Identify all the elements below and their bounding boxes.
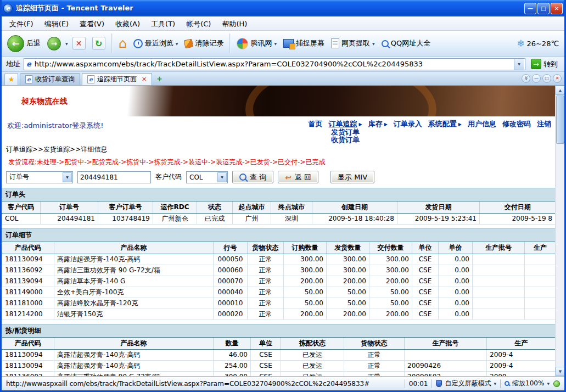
favorites-button[interactable]: ★ [4,73,18,85]
menu-item-4[interactable]: 工具(T) [145,16,181,30]
go-arrow-icon: → [531,59,541,69]
qq-portal-dropdown-icon[interactable]: ▼ [274,42,277,46]
maximize-button[interactable]: □ [537,3,550,14]
page-content: 昶东物流在线 欢迎:administrator登录系统! 首页订单追踪▶发货订单… [2,86,564,376]
menu-item-3[interactable]: 收藏(A) [110,16,145,30]
table-cell: 0.00 [439,276,473,287]
minimize-page-button[interactable]: — [532,74,541,83]
submenu-item-1[interactable]: 收货订单 [331,136,360,144]
customer-code-select[interactable]: COL ▼ [186,171,228,183]
recent-dropdown-icon[interactable]: ▼ [176,42,178,46]
select-dropdown-icon[interactable]: ▼ [217,172,227,182]
select-dropdown-icon[interactable]: ▼ [63,172,72,182]
block-mode-label: 自定义屏蔽模式 [445,379,491,388]
home-button[interactable]: ⌂ [116,36,129,51]
recent-history-button[interactable]: 最近浏览 ▼ [131,37,181,49]
refresh-button[interactable]: ↻ [90,36,108,51]
block-mode-selector[interactable]: 自定义屏蔽模式 ▼ [436,379,496,388]
menu-item-0[interactable]: 文件(F) [4,16,39,30]
table-cell: 300.00 [284,265,327,276]
close-page-button[interactable]: ✕ [553,74,562,83]
column-header: 货物状态 [248,242,284,254]
nav-item-4[interactable]: 系统配置▶ [427,119,463,129]
zoom-dropdown-icon[interactable]: ▼ [547,382,550,385]
table-cell: 50.00 [284,298,327,309]
clear-history-label: 清除记录 [195,38,223,48]
minimize-button[interactable]: — [524,3,536,14]
nav-item-5[interactable]: 用户信息 [466,119,498,129]
search-button[interactable]: 查 询 [232,171,273,183]
qq-portal-label: 腾讯网 [250,38,272,48]
table-cell: 已发运 [281,361,344,372]
capture-screen-button[interactable]: 捕捉屏幕 [281,37,327,49]
order-field-select[interactable]: 订单号 ▼ [6,171,73,183]
nav-item-label: 系统配置 [428,119,457,129]
speed-mode-icon[interactable] [553,380,560,387]
qq-sites-button[interactable]: QQ网址大全 [379,37,433,49]
address-input[interactable]: e http://www.aspxamcom/ebs/track/TrackDe… [24,58,525,70]
restore-page-button[interactable]: □ [542,74,551,83]
table-cell: 103748419 [98,214,153,225]
forward-button[interactable]: → [45,36,63,52]
section-pick-details: 拣/配货明细 [2,324,555,337]
title-bar[interactable]: e 追踪细节页面 - Tencent Traveler — □ ✕ [0,0,566,16]
order-number-input[interactable] [77,171,151,183]
back-label: 后退 [26,38,41,48]
menu-item-5[interactable]: 帐号(C) [181,16,216,30]
table-cell: 181181000 [2,298,54,309]
go-button[interactable]: → 转到 [529,59,560,69]
table-cell: 200.00 [327,276,369,287]
scroll-down-button[interactable]: ▼ [556,367,564,376]
table-cell: 2009-5-19 8 [480,214,556,225]
history-dropdown-icon[interactable]: ▼ [65,42,68,46]
home-icon: ⌂ [119,37,127,50]
new-tab-button[interactable]: ＋ [154,73,165,85]
show-miv-button[interactable]: 显示 MIV [330,171,374,183]
menu-item-6[interactable]: 帮助(H) [216,16,253,30]
table-cell: 204494181 [41,214,98,225]
table-cell: 50.00 [369,287,412,298]
nav-item-7[interactable]: 注销 [535,119,553,129]
scroll-up-button[interactable]: ▲ [556,86,564,95]
nav-item-2[interactable]: 库存▶ [367,119,389,129]
nav-item-3[interactable]: 订单录入 [392,119,424,129]
back-button[interactable]: ← 后退 [5,34,43,53]
web-extract-button[interactable]: 网页提取 ▼ [329,37,377,49]
browser-toolbar: ← 后退 → ▼ ✕ ↻ ⌂ 最近浏览 ▼ 清除记录 腾讯网 ▼ [2,31,564,57]
tab-close-icon[interactable]: ✕ [142,76,147,83]
clear-history-button[interactable]: 清除记录 [182,37,226,49]
address-dropdown-icon[interactable]: ▼ [514,59,524,70]
order-track-submenu: 发货订单收货订单 [331,128,360,144]
tab-track-detail[interactable]: e 追踪细节页面 ✕ [82,73,152,85]
menu-arrow-icon: ▶ [458,122,462,127]
magnifier-icon [382,40,389,47]
block-mode-dropdown-icon[interactable]: ▼ [494,382,496,385]
nav-item-6[interactable]: 修改密码 [501,119,533,129]
table-row: 181136092高露洁三重功效牙膏 90 G-72支/箱000060正常300… [2,265,556,276]
customer-code-selected: COL [189,173,203,181]
nav-item-0[interactable]: 首页 [307,119,324,129]
weather-widget[interactable]: ❄ 26~28℃ [514,37,561,50]
table-cell [473,287,525,298]
tab-receive-order-query[interactable]: e 收货订单查询 [20,73,80,85]
expand-tabs-button[interactable]: ≫ [522,74,530,83]
close-button[interactable]: ✕ [551,3,563,14]
vertical-scrollbar[interactable]: ▲ ▼ [555,86,564,376]
scrollbar-thumb[interactable] [556,96,564,144]
return-button[interactable]: ↩ 返 回 [278,171,318,183]
capture-screen-icon [283,39,294,48]
table-cell: 洁银牙膏150克 [54,309,214,320]
table-cell [525,287,556,298]
menu-item-2[interactable]: 查看(V) [74,16,110,30]
qq-portal-button[interactable]: 腾讯网 ▼ [234,37,279,51]
table-cell: 300.00 [214,372,251,377]
column-header: 交付日期 [480,201,556,214]
order-header-table: 客户代码订单号客户订单号运作RDC状态起点城市终点城市创建日期发货日期交付日期C… [2,201,555,225]
menu-item-1[interactable]: 编辑(E) [39,16,74,30]
stop-button[interactable]: ✕ [70,36,88,51]
table-cell [525,276,556,287]
zoom-selector[interactable]: 缩放100% ▼ [505,379,550,388]
nav-item-1[interactable]: 订单追踪▶发货订单收货订单 [327,119,364,129]
submenu-item-0[interactable]: 发货订单 [331,128,360,136]
web-extract-dropdown-icon[interactable]: ▼ [372,42,375,46]
